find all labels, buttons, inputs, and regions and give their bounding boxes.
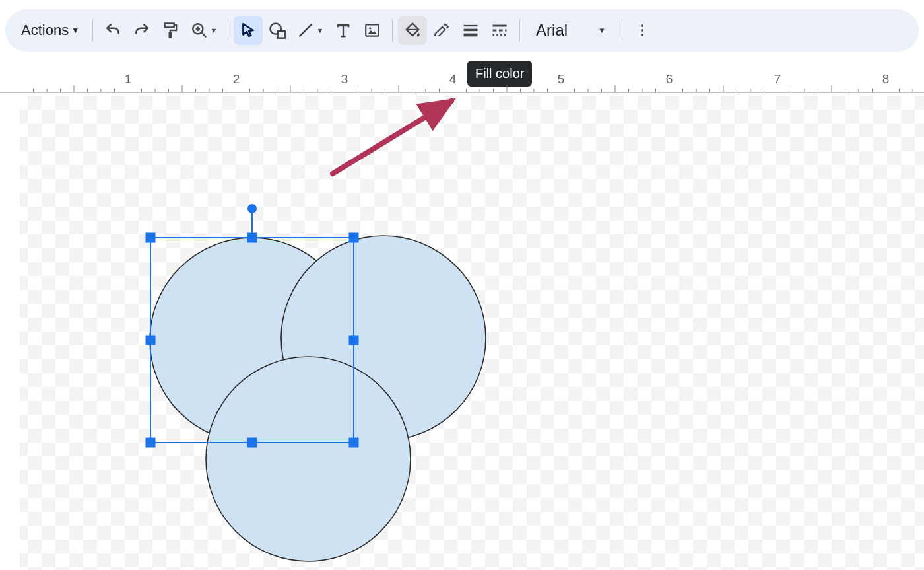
toolbar-separator <box>392 19 393 42</box>
border-dash-button[interactable] <box>485 16 514 45</box>
insert-image-button[interactable] <box>358 16 387 45</box>
svg-point-15 <box>641 24 644 27</box>
actions-menu-label: Actions <box>21 22 69 39</box>
rotation-handle[interactable] <box>248 204 257 213</box>
svg-text:8: 8 <box>882 72 890 86</box>
redo-button[interactable] <box>127 16 156 45</box>
svg-text:1: 1 <box>125 72 132 86</box>
resize-handle[interactable] <box>349 233 358 242</box>
svg-point-16 <box>641 29 644 32</box>
svg-rect-5 <box>278 31 285 38</box>
paint-format-button[interactable] <box>156 16 185 45</box>
toolbar-separator <box>92 19 93 42</box>
caret-down-icon: ▼ <box>317 26 324 34</box>
main-toolbar: Actions ▼ ▼ ▼ <box>5 9 919 52</box>
line-weight-icon <box>461 21 480 40</box>
undo-icon <box>104 22 121 39</box>
resize-handle[interactable] <box>146 336 155 345</box>
fill-color-button[interactable] <box>398 16 427 45</box>
caret-down-icon: ▼ <box>71 26 79 35</box>
zoom-in-icon <box>191 22 208 39</box>
svg-rect-11 <box>464 34 478 37</box>
resize-handle[interactable] <box>349 336 358 345</box>
text-icon <box>334 21 352 40</box>
border-weight-button[interactable] <box>456 16 485 45</box>
shapes-icon <box>268 21 286 40</box>
border-color-button[interactable] <box>427 16 456 45</box>
vertical-dots-icon <box>634 22 650 38</box>
svg-text:6: 6 <box>666 72 673 86</box>
select-tool-button[interactable] <box>234 16 263 45</box>
svg-line-6 <box>300 24 311 36</box>
font-family-label: Arial <box>536 21 568 40</box>
resize-handle[interactable] <box>248 233 257 242</box>
svg-line-1 <box>201 32 206 37</box>
svg-text:4: 4 <box>449 72 457 86</box>
toolbar-separator <box>622 19 622 42</box>
drawing-canvas[interactable] <box>0 96 924 570</box>
svg-text:7: 7 <box>774 72 781 86</box>
undo-button[interactable] <box>98 16 127 45</box>
text-box-button[interactable] <box>329 16 358 45</box>
shape-tool-button[interactable] <box>263 16 292 45</box>
toolbar-separator <box>519 19 520 42</box>
line-icon <box>297 22 314 39</box>
svg-text:5: 5 <box>558 72 565 86</box>
horizontal-ruler: 12345678 <box>0 67 924 94</box>
zoom-button[interactable]: ▼ <box>185 16 222 45</box>
redo-icon <box>133 22 150 39</box>
svg-point-8 <box>369 27 371 29</box>
ellipse-shape[interactable] <box>206 357 411 561</box>
caret-down-icon: ▼ <box>211 26 218 34</box>
caret-down-icon: ▼ <box>598 26 606 35</box>
resize-handle[interactable] <box>146 438 155 447</box>
cursor-icon <box>240 22 257 39</box>
svg-rect-10 <box>464 29 478 32</box>
svg-rect-7 <box>366 24 379 36</box>
resize-handle[interactable] <box>248 438 257 447</box>
line-tool-button[interactable]: ▼ <box>292 16 329 45</box>
svg-rect-9 <box>464 25 478 26</box>
paint-roller-icon <box>162 21 180 40</box>
pencil-icon <box>433 22 450 39</box>
paint-bucket-icon <box>403 21 422 40</box>
svg-text:2: 2 <box>233 72 240 86</box>
font-family-picker[interactable]: Arial ▼ <box>525 16 616 45</box>
svg-point-17 <box>641 34 644 36</box>
image-icon <box>364 22 381 39</box>
actions-menu-button[interactable]: Actions ▼ <box>13 16 87 45</box>
resize-handle[interactable] <box>146 233 155 242</box>
line-dash-icon <box>490 21 509 40</box>
svg-text:3: 3 <box>341 72 348 86</box>
more-options-button[interactable] <box>628 16 657 45</box>
toolbar-separator <box>228 19 228 42</box>
resize-handle[interactable] <box>349 438 358 447</box>
